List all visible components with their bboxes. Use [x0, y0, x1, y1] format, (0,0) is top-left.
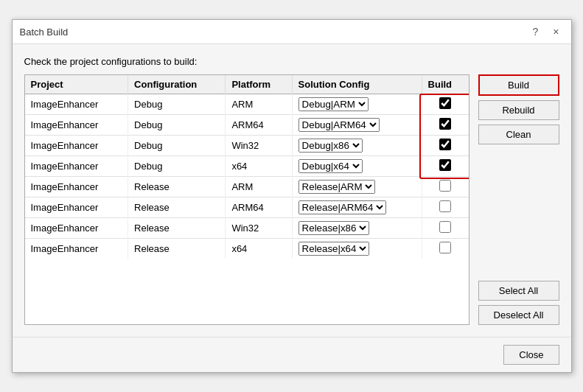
batch-build-dialog: Batch Build ? × Check the project config…: [12, 19, 572, 373]
col-project: Project: [25, 75, 128, 94]
col-solution-config: Solution Config: [292, 75, 422, 94]
configurations-table-container: Project Configuration Platform Solution …: [24, 74, 469, 325]
cell-platform: x64: [226, 156, 292, 177]
solution-config-select[interactable]: Debug|ARM64: [299, 118, 380, 132]
cell-build: [422, 218, 468, 239]
cell-platform: x64: [226, 239, 292, 259]
cell-configuration: Release: [128, 197, 226, 218]
cell-build: [422, 115, 468, 136]
cell-configuration: Debug: [128, 136, 226, 156]
cell-build: [422, 94, 468, 115]
cell-platform: ARM: [226, 177, 292, 197]
table-row: ImageEnhancerReleaseARMRelease|ARM: [25, 177, 469, 197]
table-body: ImageEnhancerDebugARMDebug|ARMImageEnhan…: [25, 94, 469, 259]
build-checkbox[interactable]: [439, 139, 451, 150]
cell-platform: Win32: [226, 218, 292, 239]
title-bar-buttons: ? ×: [528, 24, 564, 39]
build-checkbox[interactable]: [439, 221, 451, 233]
build-checkbox[interactable]: [439, 97, 451, 109]
table-row: ImageEnhancerDebugARM64Debug|ARM64: [25, 115, 469, 136]
build-checkbox[interactable]: [439, 159, 451, 171]
table-row: ImageEnhancerDebugx64Debug|x64: [25, 156, 469, 177]
help-button[interactable]: ?: [528, 24, 543, 39]
col-platform: Platform: [226, 75, 292, 94]
dialog-footer: Close: [13, 337, 571, 372]
solution-config-select[interactable]: Release|x86: [299, 221, 369, 235]
cell-project: ImageEnhancer: [25, 177, 128, 197]
table-header-row: Project Configuration Platform Solution …: [25, 75, 469, 94]
cell-solution-config: Release|ARM: [292, 177, 422, 197]
dialog-title: Batch Build: [20, 27, 69, 38]
instruction-text: Check the project configurations to buil…: [24, 56, 559, 67]
cell-solution-config: Debug|ARM: [292, 94, 422, 115]
solution-config-select[interactable]: Release|ARM64: [299, 200, 386, 214]
cell-platform: ARM64: [226, 197, 292, 218]
table-row: ImageEnhancerReleasex64Release|x64: [25, 239, 469, 259]
cell-project: ImageEnhancer: [25, 94, 128, 115]
cell-solution-config: Debug|x86: [292, 136, 422, 156]
cell-project: ImageEnhancer: [25, 115, 128, 136]
table-row: ImageEnhancerDebugWin32Debug|x86: [25, 136, 469, 156]
configurations-table: Project Configuration Platform Solution …: [25, 75, 469, 259]
cell-solution-config: Release|ARM64: [292, 197, 422, 218]
cell-configuration: Debug: [128, 94, 226, 115]
cell-project: ImageEnhancer: [25, 197, 128, 218]
solution-config-select[interactable]: Release|ARM: [299, 180, 375, 194]
cell-solution-config: Debug|ARM64: [292, 115, 422, 136]
cell-build: [422, 177, 468, 197]
cell-configuration: Debug: [128, 115, 226, 136]
cell-project: ImageEnhancer: [25, 156, 128, 177]
cell-build: [422, 156, 468, 177]
col-configuration: Configuration: [128, 75, 226, 94]
dialog-body: Check the project configurations to buil…: [13, 44, 571, 337]
build-button[interactable]: Build: [478, 74, 559, 96]
cell-project: ImageEnhancer: [25, 239, 128, 259]
solution-config-select[interactable]: Release|x64: [299, 242, 369, 256]
cell-configuration: Debug: [128, 156, 226, 177]
content-area: Project Configuration Platform Solution …: [24, 74, 559, 325]
sidebar-buttons: Build Rebuild Clean Select All Deselect …: [478, 74, 559, 325]
cell-platform: ARM: [226, 94, 292, 115]
build-checkbox[interactable]: [439, 180, 451, 192]
cell-platform: ARM64: [226, 115, 292, 136]
cell-build: [422, 197, 468, 218]
cell-configuration: Release: [128, 177, 226, 197]
solution-config-select[interactable]: Debug|x86: [299, 139, 363, 153]
cell-build: [422, 136, 468, 156]
build-checkbox[interactable]: [439, 200, 451, 212]
title-bar: Batch Build ? ×: [13, 20, 571, 44]
cell-solution-config: Release|x86: [292, 218, 422, 239]
solution-config-select[interactable]: Debug|ARM: [299, 97, 369, 111]
table-row: ImageEnhancerReleaseWin32Release|x86: [25, 218, 469, 239]
solution-config-select[interactable]: Debug|x64: [299, 159, 363, 173]
cell-configuration: Release: [128, 239, 226, 259]
build-checkbox[interactable]: [439, 242, 451, 253]
deselect-all-button[interactable]: Deselect All: [478, 305, 559, 325]
close-window-button[interactable]: ×: [548, 24, 563, 39]
cell-platform: Win32: [226, 136, 292, 156]
close-button[interactable]: Close: [503, 345, 559, 365]
select-all-button[interactable]: Select All: [478, 281, 559, 301]
cell-solution-config: Release|x64: [292, 239, 422, 259]
build-checkbox[interactable]: [439, 118, 451, 130]
col-build: Build: [422, 75, 468, 94]
cell-project: ImageEnhancer: [25, 218, 128, 239]
clean-button[interactable]: Clean: [478, 125, 559, 144]
cell-project: ImageEnhancer: [25, 136, 128, 156]
table-row: ImageEnhancerReleaseARM64Release|ARM64: [25, 197, 469, 218]
cell-build: [422, 239, 468, 259]
table-row: ImageEnhancerDebugARMDebug|ARM: [25, 94, 469, 115]
cell-configuration: Release: [128, 218, 226, 239]
rebuild-button[interactable]: Rebuild: [478, 100, 559, 120]
cell-solution-config: Debug|x64: [292, 156, 422, 177]
